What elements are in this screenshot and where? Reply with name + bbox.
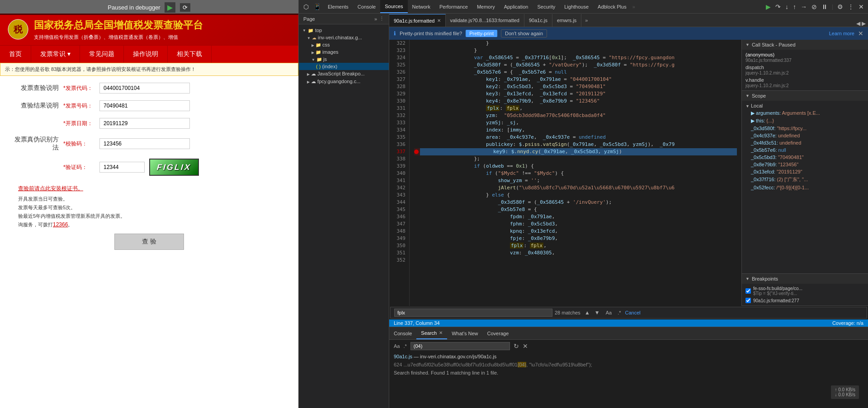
- tab-console[interactable]: Console: [353, 0, 380, 13]
- scope-arguments[interactable]: ▶ arguments: Arguments [x.E...: [751, 109, 864, 117]
- inspect-icon[interactable]: ⬡: [301, 3, 311, 10]
- search-match-highlight: (04): [518, 362, 527, 367]
- bottom-tab-search[interactable]: Search ✕: [416, 327, 447, 339]
- close-devtools-icon[interactable]: ✕: [857, 2, 866, 11]
- resume-debugger-button[interactable]: ▶: [164, 2, 176, 13]
- tab-90a1c-formatted[interactable]: 90a1c.js:formatted ✕: [389, 14, 446, 27]
- dont-show-button[interactable]: Don't show again: [501, 29, 547, 38]
- search-refresh-button[interactable]: ↻: [514, 342, 519, 350]
- scope-local-header[interactable]: ▼ Local: [745, 102, 864, 109]
- close-banner-button[interactable]: ✕: [858, 30, 863, 37]
- callstack-header[interactable]: ▼ Call Stack - Paused: [742, 40, 868, 50]
- tab-90a1c-close[interactable]: ✕: [437, 18, 441, 23]
- cursor-position: Line 337, Column 34: [394, 320, 440, 326]
- code-viewer[interactable]: 322 323 324 325 326 327 328 329 330 331 …: [389, 40, 741, 306]
- expand-invveri-icon: ▼: [307, 36, 311, 40]
- cert-install-link[interactable]: 查验前请点此安装根证书。: [18, 185, 83, 192]
- settings-icon[interactable]: ⚙: [835, 2, 845, 11]
- tab-emwrs[interactable]: emwrs.js: [552, 14, 581, 27]
- scope-header[interactable]: ▼ Scope: [742, 91, 868, 101]
- input-verify-code[interactable]: [99, 138, 190, 149]
- scope-local-items: ▶ arguments: Arguments [x.E... ▶ this: {…: [745, 109, 864, 191]
- tree-item-css[interactable]: ▶ 📁 css: [299, 41, 389, 48]
- submit-button[interactable]: 查 验: [114, 234, 184, 250]
- captcha-image[interactable]: FIGLIX: [149, 159, 199, 176]
- tab-validate-formatted[interactable]: validate.js?0.8...1633:formatted: [446, 14, 524, 27]
- tab-application[interactable]: Application: [500, 0, 533, 13]
- scope-this[interactable]: ▶ this: {...}: [751, 117, 864, 125]
- code-line-338: };: [414, 155, 737, 163]
- tab-adblock[interactable]: Adblock Plus: [593, 0, 631, 13]
- tab-security[interactable]: Security: [533, 0, 560, 13]
- nav-home[interactable]: 首页: [0, 46, 31, 63]
- tree-item-js[interactable]: ▼ 📁 js: [299, 56, 389, 63]
- search-line-content: 624 ...u7edf\u5f02\u5e38\uff0c\u8bf7\u91…: [394, 362, 592, 367]
- search-prev-button[interactable]: ▲: [583, 309, 592, 317]
- input-date[interactable]: [99, 118, 190, 129]
- search-next-button[interactable]: ▼: [593, 309, 602, 317]
- search-cancel-button[interactable]: Cancel: [625, 310, 640, 315]
- tab-lighthouse[interactable]: Lighthouse: [560, 0, 593, 13]
- learn-more-link[interactable]: Learn more: [829, 31, 854, 36]
- search-aa-label[interactable]: Aa: [394, 343, 400, 349]
- match-case-button[interactable]: Aa: [604, 309, 613, 316]
- search-field-input[interactable]: [410, 342, 510, 350]
- step-debugger-button[interactable]: ⟳: [179, 3, 191, 12]
- search-result-file[interactable]: 90a1c.js: [394, 354, 412, 359]
- callstack-item-anonymous[interactable]: (anonymous) 90a1c.js:formatted:337: [745, 51, 864, 64]
- tab-performance[interactable]: Performance: [435, 0, 472, 13]
- callstack-item-dispatch[interactable]: dispatch jquery-1.10.2.min.js:2: [745, 64, 864, 76]
- input-invoice-code[interactable]: [99, 83, 190, 94]
- code-search-input[interactable]: [394, 309, 552, 317]
- step-button[interactable]: →: [799, 2, 809, 11]
- tab-90a1c[interactable]: 90a1c.js: [524, 14, 552, 27]
- code-line-352: [414, 257, 737, 264]
- nav-guide[interactable]: 操作说明: [124, 46, 168, 63]
- tabs-more-button[interactable]: »: [581, 18, 591, 23]
- tab-nav-next[interactable]: ▶: [862, 20, 866, 27]
- phone-link[interactable]: 12366: [53, 221, 68, 228]
- tab-nav-prev[interactable]: ◀: [856, 20, 860, 27]
- tab-network[interactable]: Network: [408, 0, 435, 13]
- input-invoice-num[interactable]: [99, 100, 190, 111]
- step-over-button[interactable]: ↷: [774, 2, 783, 11]
- tree-item-js-breakpoints[interactable]: ▶ ☁ JavaScript Breakpo...: [299, 70, 389, 78]
- pretty-print-button[interactable]: Pretty-print: [466, 30, 497, 37]
- regex-button[interactable]: .*: [616, 309, 623, 316]
- step-out-button[interactable]: ↑: [791, 2, 798, 11]
- step-into-button[interactable]: ↓: [783, 2, 790, 11]
- deactivate-button[interactable]: ⊘: [810, 2, 819, 11]
- search-tab-close[interactable]: ✕: [439, 330, 443, 335]
- callstack-vhandle-sub: jquery-1.10.2.min.js:2: [745, 83, 789, 88]
- file-tree-menu[interactable]: ⋮: [379, 16, 384, 22]
- tree-item-images[interactable]: ▶ 📁 images: [299, 48, 389, 56]
- breakpoint-checkbox-2[interactable]: [745, 298, 751, 303]
- breakpoints-header[interactable]: ▼ Breakpoints: [742, 274, 868, 284]
- search-regex-label[interactable]: .*: [403, 343, 406, 349]
- file-tree-more[interactable]: »: [374, 16, 377, 22]
- resume-button[interactable]: ▶: [764, 2, 773, 11]
- breakpoint-checkbox-1[interactable]: [745, 288, 751, 294]
- tree-item-inv-veri[interactable]: ▼ ☁ inv-veri.chinatax.g...: [299, 34, 389, 41]
- tab-elements[interactable]: Elements: [323, 0, 353, 13]
- bottom-tab-whatsnew[interactable]: What's New: [447, 327, 482, 339]
- callstack-section: ▼ Call Stack - Paused (anonymous) 90a1c.…: [742, 40, 868, 91]
- tab-memory[interactable]: Memory: [472, 0, 500, 13]
- callstack-item-vhandle[interactable]: v.handle jquery-1.10.2.min.js:2: [745, 76, 864, 89]
- search-clear-button[interactable]: ✕: [523, 342, 528, 350]
- tree-item-top[interactable]: ▼ 📁 top: [299, 27, 389, 34]
- pause-exceptions-button[interactable]: ⏸: [820, 2, 830, 11]
- tabs-overflow[interactable]: »: [631, 4, 637, 9]
- bottom-tab-console[interactable]: Console: [389, 327, 416, 339]
- input-captcha[interactable]: [99, 162, 145, 173]
- more-options-icon[interactable]: ⋮: [846, 2, 856, 11]
- device-icon[interactable]: 📱: [311, 3, 323, 10]
- tree-item-fpcy[interactable]: ▶ ☁ fpcy.guangdong.c...: [299, 78, 389, 85]
- nav-download[interactable]: 相关下载: [168, 46, 212, 63]
- nav-knowledge[interactable]: 发票常识 ▾: [31, 46, 80, 63]
- nav-faq[interactable]: 常见问题: [80, 46, 124, 63]
- tab-sources[interactable]: Sources: [380, 0, 407, 13]
- page-label: Page: [303, 16, 315, 22]
- tree-item-index[interactable]: ( ) (index): [299, 63, 389, 70]
- bottom-tab-coverage[interactable]: Coverage: [483, 327, 514, 339]
